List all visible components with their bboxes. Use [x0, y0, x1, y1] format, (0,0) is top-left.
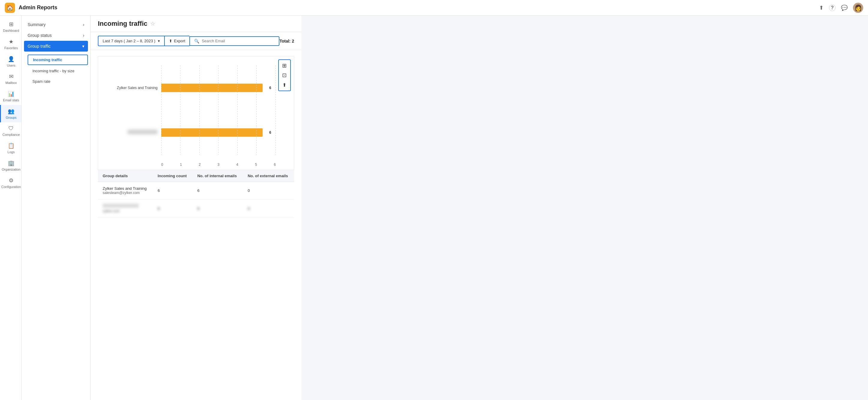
- spam-rate-label: Spam rate: [32, 79, 51, 84]
- chart-grid-icon[interactable]: ⊞: [280, 61, 289, 70]
- td-external-2: 0: [243, 199, 294, 218]
- chart-download-icon[interactable]: ⬆: [280, 80, 289, 89]
- sidebar-item-mailbox[interactable]: ✉ Mailbox: [0, 70, 21, 88]
- td-internal-2: 6: [192, 199, 243, 218]
- table-section: Group details Incoming count No. of inte…: [91, 170, 301, 225]
- sidebar-item-dashboard[interactable]: ⊞ Dashboard: [0, 18, 21, 35]
- toolbar: Last 7 days ( Jan 2 – 8, 2023 ) ▾ ⬆ Expo…: [91, 32, 301, 50]
- group-name-2-blur: [103, 204, 139, 208]
- export-button[interactable]: ⬆ Export: [164, 36, 190, 46]
- export-icon: ⬆: [169, 39, 172, 43]
- bar-label-1: Zylker Sales and Training: [101, 86, 161, 90]
- chart-expand-icon[interactable]: ⊡: [280, 71, 289, 80]
- secondary-nav: Summary › Group status › Group traffic ▾…: [22, 15, 91, 400]
- sidebar-item-favorites[interactable]: ★ Favorites: [0, 35, 21, 53]
- mailbox-label: Mailbox: [5, 81, 17, 85]
- summary-label: Summary: [28, 22, 45, 27]
- avatar[interactable]: 👩: [853, 3, 863, 13]
- sidebar-item-compliance[interactable]: 🛡 Compliance: [0, 122, 21, 139]
- search-input[interactable]: [202, 39, 275, 43]
- bar-track-1: [161, 84, 267, 92]
- sidebar-item-organization[interactable]: 🏢 Organization: [0, 157, 21, 174]
- favorites-icon: ★: [9, 38, 13, 45]
- td-incoming-1: 6: [153, 182, 192, 199]
- bar-fill-1: [161, 84, 262, 92]
- organization-label: Organization: [2, 168, 21, 171]
- total-count: Total: 2: [279, 39, 294, 43]
- col-group-details: Group details: [98, 170, 153, 182]
- configuration-label: Configuration: [1, 185, 21, 189]
- chat-icon[interactable]: 💬: [841, 4, 847, 11]
- col-external-emails: No. of external emails: [243, 170, 294, 182]
- chart-area: ⊞ ⊡ ⬆ Zylker Sales and Training 6: [91, 50, 301, 170]
- dashboard-icon: ⊞: [9, 21, 13, 28]
- compliance-label: Compliance: [2, 133, 20, 136]
- mailbox-icon: ✉: [9, 73, 13, 80]
- chart-bar-row-2: 6: [101, 110, 276, 155]
- td-external-1: 0: [243, 182, 294, 199]
- x-label-5: 5: [255, 163, 257, 167]
- sec-nav-summary[interactable]: Summary ›: [22, 19, 90, 30]
- group-status-label: Group status: [28, 33, 52, 38]
- group-traffic-arrow: ▾: [82, 44, 84, 48]
- main-content: Incoming traffic ☆ Last 7 days ( Jan 2 –…: [91, 15, 301, 400]
- sidebar-item-users[interactable]: 👤 Users: [0, 53, 21, 70]
- app-header: 🏠 Admin Reports ⬆ ? 💬 👩: [0, 0, 868, 15]
- table-row: Zylker Sales and Training salesteam@zylk…: [98, 182, 294, 199]
- incoming-traffic-by-size-label: Incoming traffic - by size: [32, 69, 74, 73]
- bar-label-2: [101, 130, 161, 135]
- x-label-2: 2: [199, 163, 201, 167]
- chart-container: ⊞ ⊡ ⬆ Zylker Sales and Training 6: [98, 56, 294, 170]
- x-label-3: 3: [218, 163, 220, 167]
- upload-icon[interactable]: ⬆: [819, 4, 824, 11]
- dashboard-label: Dashboard: [3, 29, 19, 32]
- table-header-row: Group details Incoming count No. of inte…: [98, 170, 294, 182]
- page-header: Incoming traffic ☆: [91, 15, 301, 32]
- group-email-2: zylker.com: [103, 209, 148, 213]
- data-table: Group details Incoming count No. of inte…: [98, 170, 294, 218]
- star-icon[interactable]: ☆: [150, 21, 155, 27]
- sub-nav-group: Incoming traffic Incoming traffic - by s…: [22, 52, 90, 89]
- users-label: Users: [7, 64, 16, 67]
- favorites-label: Favorites: [4, 46, 18, 50]
- date-range-label: Last 7 days ( Jan 2 – 8, 2023 ): [103, 39, 155, 43]
- x-label-1: 1: [180, 163, 182, 167]
- x-axis: 0 1 2 3 4 5 6: [161, 163, 276, 167]
- compliance-icon: 🛡: [8, 125, 14, 132]
- x-label-4: 4: [236, 163, 238, 167]
- search-container: 🔍: [189, 36, 279, 46]
- emailstats-label: Email stats: [3, 98, 19, 102]
- page-title: Incoming traffic: [98, 20, 147, 28]
- group-traffic-label: Group traffic: [28, 44, 51, 48]
- main-layout: ⊞ Dashboard ★ Favorites 👤 Users ✉ Mailbo…: [0, 15, 301, 400]
- bar-value-2: 6: [267, 130, 276, 135]
- header-actions: ⬆ ? 💬 👩: [819, 3, 863, 13]
- configuration-icon: ⚙: [9, 177, 13, 184]
- export-label: Export: [174, 39, 185, 43]
- sec-nav-incoming-traffic[interactable]: Incoming traffic: [28, 55, 88, 65]
- bar-track-2: [161, 128, 267, 137]
- dropdown-arrow-icon: ▾: [158, 39, 160, 43]
- sidebar-item-emailstats[interactable]: 📊 Email stats: [0, 88, 21, 105]
- sec-nav-group-traffic[interactable]: Group traffic ▾: [24, 41, 88, 52]
- sec-nav-spam-rate[interactable]: Spam rate: [28, 77, 88, 86]
- incoming-traffic-label: Incoming traffic: [33, 58, 62, 62]
- sec-nav-group-status[interactable]: Group status ›: [22, 30, 90, 41]
- help-icon[interactable]: ?: [829, 4, 836, 11]
- app-title: Admin Reports: [19, 4, 57, 11]
- sidebar-item-logs[interactable]: 📋 Logs: [0, 139, 21, 157]
- sec-nav-incoming-traffic-by-size[interactable]: Incoming traffic - by size: [28, 66, 88, 75]
- x-label-6: 6: [274, 163, 276, 167]
- sidebar-item-configuration[interactable]: ⚙ Configuration: [0, 174, 21, 192]
- side-nav: ⊞ Dashboard ★ Favorites 👤 Users ✉ Mailbo…: [0, 15, 22, 400]
- logs-icon: 📋: [8, 142, 14, 149]
- search-icon: 🔍: [194, 39, 199, 43]
- bar-value-1: 6: [267, 86, 276, 90]
- chart-icons-panel: ⊞ ⊡ ⬆: [278, 59, 291, 91]
- groups-label: Groups: [6, 116, 17, 119]
- date-range-button[interactable]: Last 7 days ( Jan 2 – 8, 2023 ) ▾: [98, 36, 164, 46]
- emailstats-icon: 📊: [8, 91, 14, 97]
- td-incoming-2: 6: [153, 199, 192, 218]
- sidebar-item-groups[interactable]: 👥 Groups: [0, 105, 21, 122]
- td-group-2: zylker.com: [98, 199, 153, 218]
